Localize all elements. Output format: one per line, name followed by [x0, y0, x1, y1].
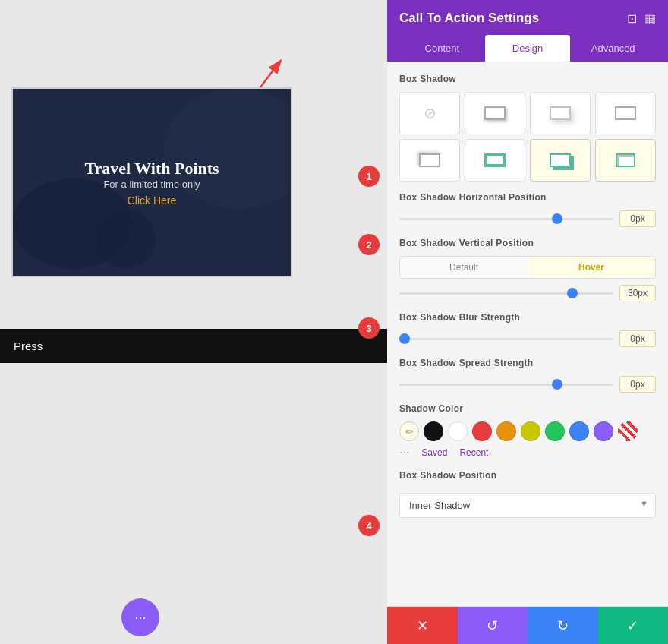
box-shadow-pos-section: Box Shadow Position Outer Shadow Inner S… — [399, 470, 656, 518]
box-shadow-blur-section: Box Shadow Blur Strength 0px — [399, 312, 656, 347]
box-shadow-h-label: Box Shadow Horizontal Position — [399, 192, 656, 203]
toggle-hover[interactable]: Hover — [528, 257, 655, 278]
recent-link[interactable]: Recent — [459, 447, 488, 458]
box-shadow-spread-label: Box Shadow Spread Strength — [399, 358, 656, 368]
swatch-yellow[interactable] — [521, 421, 540, 441]
box-shadow-pos-select[interactable]: Outer Shadow Inner Shadow — [399, 493, 656, 518]
widget-subtitle: For a limited time only — [84, 178, 219, 190]
box-shadow-v-label: Box Shadow Vertical Position — [399, 238, 656, 248]
shadow-color-label: Shadow Color — [399, 403, 656, 414]
swatch-white[interactable] — [448, 421, 468, 441]
saved-link[interactable]: Saved — [421, 447, 447, 458]
shadow-preset-3[interactable] — [530, 92, 591, 134]
swatch-purple[interactable] — [594, 421, 613, 441]
swatch-black[interactable] — [424, 421, 443, 441]
cancel-button[interactable]: ✕ — [387, 607, 458, 644]
panel-header: Call To Action Settings ⊡ ▦ Content Desi… — [387, 0, 668, 62]
box-shadow-h-value[interactable]: 0px — [619, 210, 656, 227]
shadow-box-5 — [419, 153, 440, 167]
tab-content[interactable]: Content — [399, 35, 485, 62]
box-shadow-spread-slider[interactable] — [399, 384, 613, 386]
shadow-preset-7[interactable] — [530, 139, 591, 182]
shadow-box-3 — [550, 106, 571, 120]
box-shadow-v-section: Box Shadow Vertical Position Default Hov… — [399, 238, 656, 301]
tab-design[interactable]: Design — [485, 35, 571, 62]
press-label: Press — [14, 339, 43, 352]
press-bar: Press — [0, 329, 387, 363]
box-shadow-spread-value[interactable]: 0px — [619, 376, 656, 393]
box-shadow-spread-section: Box Shadow Spread Strength 0px — [399, 358, 656, 393]
avatar-area: ··· — [121, 598, 159, 636]
box-shadow-blur-label: Box Shadow Blur Strength — [399, 312, 656, 323]
swatch-more-dots[interactable]: ··· — [399, 446, 409, 459]
shadow-box-8 — [616, 153, 635, 167]
shadow-preset-none[interactable]: ⊘ — [399, 92, 460, 134]
select-wrapper: Outer Shadow Inner Shadow ▼ — [399, 488, 656, 518]
widget-inner: Travel With Points For a limited time on… — [13, 89, 291, 276]
swatch-custom[interactable]: ✏ — [399, 421, 419, 441]
grid-icon[interactable]: ▦ — [644, 11, 656, 26]
shadow-color-section: Shadow Color ✏ ··· Saved Recent — [399, 403, 656, 459]
box-shadow-blur-slider[interactable] — [399, 338, 613, 340]
swatch-striped[interactable] — [618, 421, 638, 441]
toggle-default[interactable]: Default — [400, 257, 528, 278]
swatch-orange[interactable] — [496, 421, 516, 441]
box-shadow-label: Box Shadow — [399, 74, 656, 84]
box-shadow-v-slider[interactable] — [399, 292, 613, 295]
badge-3: 3 — [358, 317, 380, 339]
box-shadow-blur-slider-row: 0px — [399, 330, 656, 347]
shadow-presets: ⊘ — [399, 92, 656, 182]
canvas-area: Travel With Points For a limited time on… — [0, 0, 387, 644]
tabs-row: Content Design Advanced — [399, 35, 656, 62]
swatch-links: ··· Saved Recent — [399, 446, 656, 459]
swatch-green[interactable] — [545, 421, 565, 441]
redo-button[interactable]: ↻ — [528, 607, 598, 644]
settings-panel: Call To Action Settings ⊡ ▦ Content Desi… — [387, 0, 668, 644]
swatch-red[interactable] — [472, 421, 492, 441]
shadow-preset-6[interactable] — [465, 139, 525, 182]
box-shadow-blur-value[interactable]: 0px — [619, 330, 656, 347]
shadow-box-4 — [615, 106, 636, 120]
shadow-box-6 — [484, 153, 506, 167]
swatch-blue[interactable] — [569, 421, 589, 441]
no-shadow-icon: ⊘ — [424, 104, 436, 122]
shadow-box-2 — [484, 106, 506, 120]
box-shadow-h-slider[interactable] — [399, 218, 613, 220]
badge-1: 1 — [358, 166, 380, 187]
box-shadow-h-section: Box Shadow Horizontal Position 0px — [399, 192, 656, 227]
box-shadow-v-value[interactable]: 30px — [619, 285, 656, 301]
widget-cta[interactable]: Click Here — [84, 194, 219, 207]
panel-icons: ⊡ ▦ — [627, 11, 656, 26]
confirm-button[interactable]: ✓ — [598, 607, 669, 644]
shadow-box-7 — [550, 153, 571, 167]
box-shadow-h-slider-row: 0px — [399, 210, 656, 227]
panel-title: Call To Action Settings — [399, 11, 539, 26]
box-shadow-v-slider-row: 30px — [399, 285, 656, 301]
widget-title: Travel With Points — [84, 159, 219, 178]
tab-advanced[interactable]: Advanced — [570, 35, 656, 62]
box-shadow-spread-slider-row: 0px — [399, 376, 656, 393]
widget-box: Travel With Points For a limited time on… — [11, 87, 292, 277]
badge-2: 2 — [358, 234, 380, 255]
swatch-row: ✏ — [399, 421, 656, 441]
expand-icon[interactable]: ⊡ — [627, 11, 637, 26]
avatar: ··· — [121, 598, 159, 636]
shadow-preset-2[interactable] — [465, 92, 525, 134]
default-hover-toggle: Default Hover — [399, 256, 656, 279]
reset-button[interactable]: ↺ — [458, 607, 528, 644]
panel-body: Box Shadow ⊘ — [387, 62, 668, 606]
shadow-preset-8[interactable] — [595, 139, 656, 182]
badge-4: 4 — [358, 515, 380, 536]
shadow-preset-5[interactable] — [399, 139, 460, 182]
box-shadow-pos-label: Box Shadow Position — [399, 470, 656, 481]
shadow-preset-4[interactable] — [595, 92, 656, 134]
bottom-bar: ✕ ↺ ↻ ✓ — [387, 606, 668, 644]
